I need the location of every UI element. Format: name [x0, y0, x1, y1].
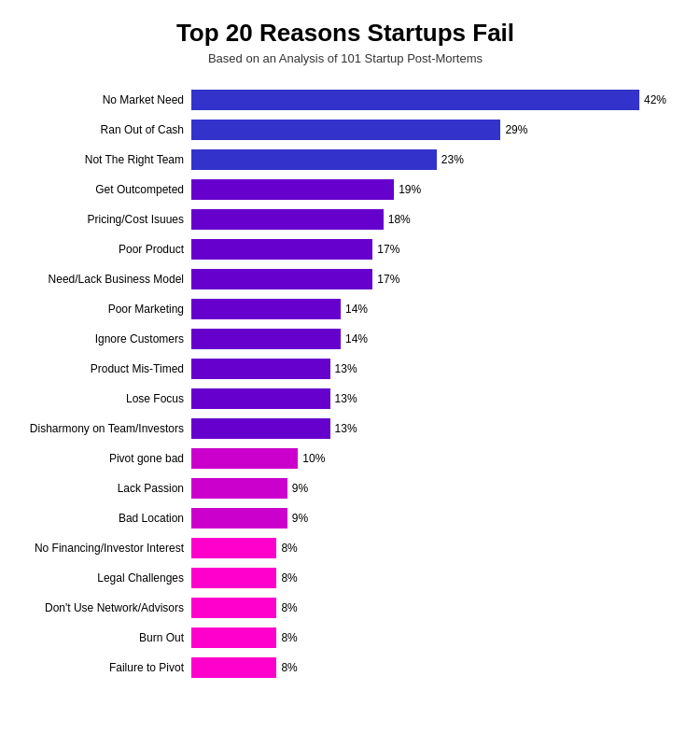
bar-fill: [191, 627, 276, 648]
bar-fill: [191, 568, 276, 588]
bar-row: Lack Passion9%: [9, 474, 681, 502]
bar-row: Lose Focus13%: [9, 385, 681, 413]
bar-track: 10%: [191, 448, 681, 469]
bar-row: Failure to Pivot8%: [9, 654, 681, 682]
bar-pct: 13%: [335, 392, 357, 405]
chart-subtitle: Based on an Analysis of 101 Startup Post…: [9, 51, 681, 65]
bar-track: 13%: [191, 418, 681, 439]
bar-fill: [191, 149, 437, 170]
bar-pct: 29%: [505, 123, 527, 136]
bar-fill: [191, 359, 330, 379]
bar-track: 13%: [191, 359, 681, 379]
bar-pct: 19%: [399, 183, 421, 196]
bar-fill: [191, 239, 372, 260]
bar-track: 8%: [191, 627, 681, 648]
bar-pct: 14%: [345, 332, 368, 345]
bar-label: Failure to Pivot: [9, 661, 191, 674]
bar-pct: 8%: [281, 542, 297, 555]
bar-pct: 23%: [441, 153, 464, 166]
bar-row: Product Mis-Timed13%: [9, 355, 681, 383]
bar-fill: [191, 508, 287, 529]
bar-pct: 18%: [388, 213, 411, 226]
bar-pct: 13%: [335, 422, 357, 435]
bar-fill: [191, 299, 341, 319]
bar-pct: 42%: [644, 93, 666, 106]
bar-track: 8%: [191, 568, 681, 588]
bar-pct: 17%: [377, 243, 399, 256]
bar-label: Poor Marketing: [9, 303, 191, 316]
bar-row: Burn Out8%: [9, 624, 681, 652]
bar-fill: [191, 538, 276, 558]
chart-title: Top 20 Reasons Startups Fail: [9, 19, 681, 48]
bar-row: Get Outcompeted19%: [9, 176, 681, 204]
bar-track: 14%: [191, 299, 681, 319]
bar-row: Pricing/Cost Isuues18%: [9, 205, 681, 233]
bar-row: No Financing/Investor Interest8%: [9, 534, 681, 562]
bar-pct: 8%: [281, 631, 297, 644]
bar-track: 8%: [191, 657, 681, 678]
bar-row: Pivot gone bad10%: [9, 444, 681, 472]
bar-label: Ignore Customers: [9, 332, 191, 345]
bar-track: 42%: [191, 90, 681, 110]
bar-pct: 9%: [292, 512, 308, 525]
bar-label: Don't Use Network/Advisors: [9, 601, 191, 614]
bar-label: Need/Lack Business Model: [9, 273, 191, 286]
bar-track: 14%: [191, 329, 681, 349]
bar-track: 8%: [191, 598, 681, 618]
bar-row: Poor Marketing14%: [9, 295, 681, 323]
bar-label: Pricing/Cost Isuues: [9, 213, 191, 226]
bar-label: Pivot gone bad: [9, 452, 191, 465]
bar-track: 29%: [191, 120, 681, 140]
bar-fill: [191, 388, 330, 409]
bar-fill: [191, 90, 639, 110]
bar-track: 23%: [191, 149, 681, 170]
chart-body: No Market Need42%Ran Out of Cash29%Not T…: [9, 86, 681, 684]
bar-label: Burn Out: [9, 631, 191, 644]
bar-label: No Financing/Investor Interest: [9, 542, 191, 555]
bar-track: 9%: [191, 508, 681, 529]
bar-label: Disharmony on Team/Investors: [9, 422, 191, 435]
bar-pct: 9%: [292, 482, 308, 495]
bar-fill: [191, 418, 330, 439]
bar-pct: 13%: [335, 362, 357, 375]
bar-track: 8%: [191, 538, 681, 558]
bar-label: Lack Passion: [9, 482, 191, 495]
bar-pct: 8%: [281, 601, 297, 614]
bar-label: Not The Right Team: [9, 153, 191, 166]
bar-fill: [191, 657, 276, 678]
bar-label: Bad Location: [9, 512, 191, 525]
bar-fill: [191, 120, 500, 140]
bar-fill: [191, 598, 276, 618]
bar-row: Don't Use Network/Advisors8%: [9, 594, 681, 622]
bar-fill: [191, 209, 384, 230]
chart-container: Top 20 Reasons Startups Fail Based on an…: [0, 0, 700, 702]
bar-row: No Market Need42%: [9, 86, 681, 114]
bar-track: 9%: [191, 478, 681, 499]
bar-row: Ignore Customers14%: [9, 325, 681, 353]
bar-label: Legal Challenges: [9, 571, 191, 585]
bar-label: Poor Product: [9, 243, 191, 256]
bar-pct: 14%: [345, 303, 368, 316]
bar-track: 18%: [191, 209, 681, 230]
bar-label: No Market Need: [9, 93, 191, 106]
bar-track: 13%: [191, 388, 681, 409]
bar-row: Not The Right Team23%: [9, 146, 681, 174]
bar-row: Disharmony on Team/Investors13%: [9, 415, 681, 443]
bar-label: Product Mis-Timed: [9, 362, 191, 375]
bar-row: Legal Challenges8%: [9, 564, 681, 592]
bar-row: Ran Out of Cash29%: [9, 116, 681, 144]
bar-label: Lose Focus: [9, 392, 191, 405]
bar-pct: 17%: [377, 273, 399, 286]
bar-track: 17%: [191, 239, 681, 260]
bar-pct: 8%: [281, 661, 297, 674]
bar-label: Ran Out of Cash: [9, 123, 191, 136]
bar-pct: 8%: [281, 571, 297, 585]
bar-fill: [191, 179, 394, 200]
bar-row: Poor Product17%: [9, 235, 681, 263]
bar-row: Bad Location9%: [9, 504, 681, 532]
bar-fill: [191, 269, 372, 289]
bar-track: 19%: [191, 179, 681, 200]
bar-fill: [191, 478, 287, 499]
bar-track: 17%: [191, 269, 681, 289]
bar-label: Get Outcompeted: [9, 183, 191, 196]
